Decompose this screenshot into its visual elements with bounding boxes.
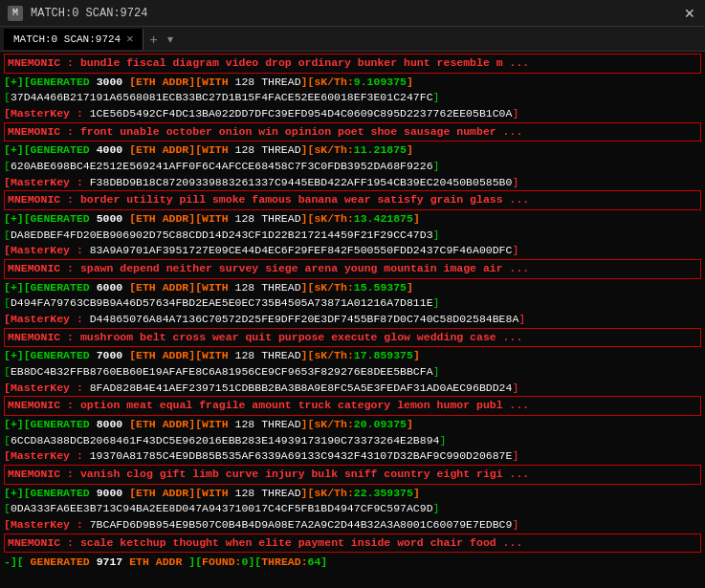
mnemonic-block: MNEMONIC : bundle fiscal diagram video d… xyxy=(4,54,701,74)
addr-value: 0DA333FA6EE3B713C94BA2EE8D047A943710017C… xyxy=(11,502,433,514)
eth-label: [ETH ADDR][WITH xyxy=(129,212,234,225)
addr-line: [D494FA79763CB9B9A46D57634FBD2EAE5E0EC73… xyxy=(4,295,701,312)
eth-label: [ETH ADDR][WITH xyxy=(129,349,234,361)
sk-value: 15.59375 xyxy=(354,281,407,294)
masterkey-line: [MasterKey : 7BCAFD6D9B954E9B507C0B4B4D9… xyxy=(4,517,701,534)
masterkey-line: [MasterKey : F38DBD9B18C8720933988326133… xyxy=(4,175,701,191)
masterkey-label: [MasterKey : xyxy=(4,449,90,462)
sk-value: 20.09375 xyxy=(354,418,407,430)
app-icon: M xyxy=(8,6,23,21)
thread-value: 128 THREAD xyxy=(235,76,301,88)
addr-line: [620ABE698BC4E2512E569241AFF0F6C4AFCCE68… xyxy=(4,159,701,175)
generated-line: [+][GENERATED 5000 [ETH ADDR][WITH 128 T… xyxy=(4,211,701,228)
masterkey-label: [MasterKey : xyxy=(4,518,90,531)
sk-value: 11.21875 xyxy=(354,143,407,156)
sk-label: ][sK/Th: xyxy=(301,487,354,499)
generated-prefix: [+][GENERATED 3000 xyxy=(4,76,129,88)
masterkey-label: [MasterKey : xyxy=(4,176,90,188)
sk-bracket: ] xyxy=(407,76,413,88)
generated-prefix: [+][GENERATED 7000 xyxy=(4,349,129,361)
tab-close-icon[interactable]: ✕ xyxy=(126,32,133,46)
addr-line: [6CCD8A388DCB2068461F43DC5E962016EBB283E… xyxy=(4,433,701,449)
title-bar-title: MATCH:0 SCAN:9724 xyxy=(31,7,147,20)
title-bar-left: M MATCH:0 SCAN:9724 xyxy=(8,6,147,21)
sk-bracket: ] xyxy=(407,143,413,156)
generated-line: [+][GENERATED 9000 [ETH ADDR][WITH 128 T… xyxy=(4,486,701,502)
active-tab[interactable]: MATCH:0 SCAN:9724 ✕ xyxy=(4,29,143,50)
thread-value: 128 THREAD xyxy=(235,143,301,156)
mnemonic-block: MNEMONIC : border utility pill smoke fam… xyxy=(4,190,701,210)
masterkey-label: [MasterKey : xyxy=(4,313,90,325)
sk-label: ][sK/Th: xyxy=(301,418,354,430)
found-label: FOUND: xyxy=(202,555,241,568)
addr-value: 37D4A466B217191A6568081ECB33BC27D1B15F4F… xyxy=(11,91,433,103)
mnemonic-block: MNEMONIC : vanish clog gift limb curve i… xyxy=(4,465,701,485)
eth-addr-label: ETH ADDR xyxy=(122,555,188,568)
sk-value: 13.421875 xyxy=(354,212,413,225)
addr-value: EB8DC4B32FFB8760EB60E19AFAFE8C6A81956CE9… xyxy=(11,365,433,378)
addr-line: [37D4A466B217191A6568081ECB33BC27D1B15F4… xyxy=(4,90,701,106)
sk-label: ][sK/Th: xyxy=(301,76,354,88)
mnemonic-text: MNEMONIC : option meat equal fragile amo… xyxy=(8,399,529,411)
eth-label: [ETH ADDR][WITH xyxy=(129,76,234,88)
masterkey-line: [MasterKey : 83A9A9701AF3951727E09CE44D4… xyxy=(4,243,701,259)
generated-line: [+][GENERATED 8000 [ETH ADDR][WITH 128 T… xyxy=(4,417,701,433)
mnemonic-block: MNEMONIC : front unable october onion wi… xyxy=(4,122,701,142)
new-tab-button[interactable]: + xyxy=(143,29,163,50)
masterkey-label: [MasterKey : xyxy=(4,381,90,394)
masterkey-label: [MasterKey : xyxy=(4,244,90,256)
addr-line: [EB8DC4B32FFB8760EB60E19AFAFE8C6A81956CE… xyxy=(4,364,701,381)
scan-count: 9717 xyxy=(97,555,123,568)
generated-line: [+][GENERATED 3000 [ETH ADDR][WITH 128 T… xyxy=(4,75,701,91)
addr-value: 6CCD8A388DCB2068461F43DC5E962016EBB283E1… xyxy=(11,434,440,446)
mnemonic-text: MNEMONIC : border utility pill smoke fam… xyxy=(8,193,529,206)
sk-bracket: ] xyxy=(413,212,420,225)
masterkey-value: 8FAD828B4E41AEF2397151CDBBB2BA3B8A9E8FC5… xyxy=(90,381,513,394)
thread-value: 128 THREAD xyxy=(235,349,301,361)
sk-value: 17.859375 xyxy=(354,349,413,361)
addr-line: [DA8EDBEF4FD20EB906902D75C88CDD14D243CF1… xyxy=(4,228,701,244)
thread-value: 128 THREAD xyxy=(235,212,301,225)
generated-line: [+][GENERATED 6000 [ETH ADDR][WITH 128 T… xyxy=(4,280,701,296)
sk-label: ][sK/Th: xyxy=(301,143,354,156)
eth-label: [ETH ADDR][WITH xyxy=(129,143,234,156)
sk-value: 9.109375 xyxy=(354,76,407,88)
masterkey-line: [MasterKey : 8FAD828B4E41AEF2397151CDBBB… xyxy=(4,381,701,397)
addr-value: DA8EDBEF4FD20EB906902D75C88CDD14D243CF1D… xyxy=(11,229,433,241)
eth-label: [ETH ADDR][WITH xyxy=(129,418,234,430)
masterkey-value: 7BCAFD6D9B954E9B507C0B4B4D9A08E7A2A9C2D4… xyxy=(90,518,513,531)
generated-prefix: [+][GENERATED 4000 xyxy=(4,143,129,156)
mnemonic-text: MNEMONIC : bundle fiscal diagram video d… xyxy=(8,56,529,69)
thread-label: THREAD: xyxy=(261,555,307,568)
masterkey-value: 19370A81785C4E9DB85B535AF6339A69133C9432… xyxy=(90,449,513,462)
masterkey-label: [MasterKey : xyxy=(4,107,90,120)
generated-line: [+][GENERATED 7000 [ETH ADDR][WITH 128 T… xyxy=(4,348,701,364)
generated-prefix: [+][GENERATED 5000 xyxy=(4,212,129,225)
generated-line: [+][GENERATED 4000 [ETH ADDR][WITH 128 T… xyxy=(4,142,701,159)
masterkey-value: 1CE56D5492CF4DC13BA022DD7DFC39EFD954D4C0… xyxy=(90,107,513,120)
thread-value: 64 xyxy=(308,555,321,568)
tab-dropdown-button[interactable]: ▾ xyxy=(164,30,177,49)
masterkey-value: D44865076A84A7136C70572D25FE9DFF20E3DF74… xyxy=(90,313,519,325)
mnemonic-block: MNEMONIC : scale ketchup thought when el… xyxy=(4,534,701,554)
mnemonic-block: MNEMONIC : spawn depend neither survey s… xyxy=(4,259,701,279)
sk-bracket: ] xyxy=(413,349,420,361)
addr-value: 620ABE698BC4E2512E569241AFF0F6C4AFCCE684… xyxy=(11,160,433,172)
masterkey-line: [MasterKey : 19370A81785C4E9DB85B535AF63… xyxy=(4,448,701,465)
masterkey-line: [MasterKey : D44865076A84A7136C70572D25F… xyxy=(4,312,701,328)
close-button[interactable]: ✕ xyxy=(682,6,697,21)
sk-label: ][sK/Th: xyxy=(301,281,354,294)
title-bar: M MATCH:0 SCAN:9724 ✕ xyxy=(0,0,705,27)
masterkey-value: F38DBD9B18C87209339883261337C9445EBD422A… xyxy=(90,176,513,188)
generated-prefix: [+][GENERATED 6000 xyxy=(4,281,129,294)
sk-bracket: ] xyxy=(407,281,413,294)
sk-label: ][sK/Th: xyxy=(301,212,354,225)
content-area: MNEMONIC : bundle fiscal diagram video d… xyxy=(0,52,705,588)
title-bar-controls: ✕ xyxy=(682,6,697,21)
generated-label-status: GENERATED xyxy=(24,555,97,568)
sk-label: ][sK/Th: xyxy=(301,349,354,361)
eth-label: [ETH ADDR][WITH xyxy=(129,487,234,499)
sk-bracket: ] xyxy=(407,418,413,430)
sk-value: 22.359375 xyxy=(354,487,413,499)
thread-value: 128 THREAD xyxy=(235,281,301,294)
